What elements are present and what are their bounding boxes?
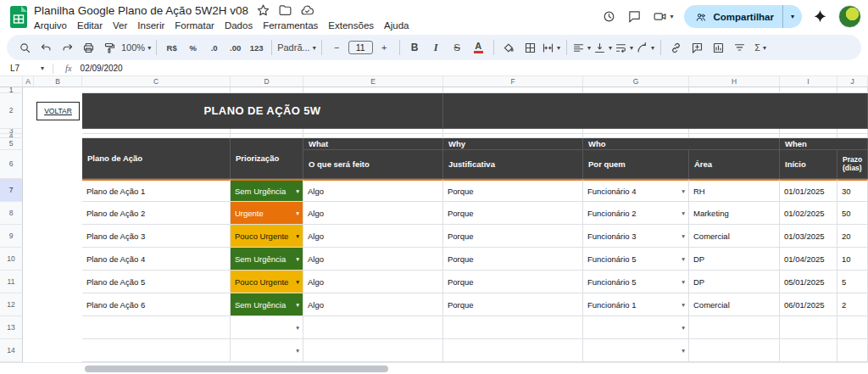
- gemini-sparkle-icon[interactable]: [813, 9, 827, 24]
- row-header-9[interactable]: 9: [0, 225, 23, 248]
- menu-formatar[interactable]: Formatar: [170, 19, 220, 32]
- cell[interactable]: [231, 87, 303, 93]
- cell-prioridade-dropdown[interactable]: Sem Urgência▾: [231, 179, 303, 202]
- menu-dados[interactable]: Dados: [220, 19, 258, 32]
- name-box[interactable]: L7▾: [0, 64, 49, 73]
- more-formats-button[interactable]: 123: [247, 37, 266, 58]
- row-header-5[interactable]: 5: [0, 138, 23, 150]
- insert-link-button[interactable]: [666, 37, 686, 58]
- cell-inicio[interactable]: 01/04/2025: [780, 248, 837, 271]
- star-icon[interactable]: [256, 3, 270, 18]
- user-avatar[interactable]: [838, 5, 861, 28]
- bold-button[interactable]: B: [405, 37, 425, 58]
- menu-ver[interactable]: Ver: [108, 19, 132, 32]
- move-folder-icon[interactable]: [278, 3, 292, 18]
- formula-input[interactable]: 02/09/2020: [81, 64, 123, 73]
- table-title-band[interactable]: [443, 93, 868, 129]
- header-plano[interactable]: Plano de Ação: [82, 138, 231, 179]
- header-group-what[interactable]: What: [303, 138, 443, 150]
- menu-ferramentas[interactable]: Ferramentas: [258, 19, 323, 32]
- cell-why[interactable]: Porque: [443, 179, 583, 202]
- row-header-14[interactable]: 14: [0, 339, 23, 362]
- strikethrough-button[interactable]: S: [448, 37, 467, 58]
- cell-plano[interactable]: Plano de Ação 6: [82, 293, 231, 316]
- cell-why[interactable]: Porque: [443, 271, 583, 293]
- table-title[interactable]: PLANO DE AÇÃO 5W: [82, 93, 443, 129]
- row-header-7[interactable]: 7: [0, 179, 23, 202]
- insert-comment-button[interactable]: [687, 37, 707, 58]
- print-button[interactable]: [79, 37, 98, 58]
- cell-inicio[interactable]: 05/01/2025: [780, 271, 837, 293]
- cell[interactable]: [303, 87, 443, 93]
- cell-por-quem-dropdown[interactable]: Funcionário 5▾: [583, 271, 689, 293]
- cell[interactable]: [837, 339, 868, 362]
- comments-icon[interactable]: [627, 9, 642, 24]
- cell-inicio[interactable]: 01/01/2025: [780, 179, 837, 202]
- sheets-logo-icon[interactable]: [9, 5, 28, 29]
- search-menus-button[interactable]: [15, 37, 35, 58]
- increase-font-size-button[interactable]: +: [375, 37, 394, 58]
- paint-format-button[interactable]: [100, 37, 120, 58]
- cell-por-quem-dropdown[interactable]: ▾: [583, 316, 689, 339]
- menu-arquivo[interactable]: Arquivo: [29, 19, 72, 32]
- row-header-11[interactable]: 11: [0, 271, 23, 293]
- cell-por-quem-dropdown[interactable]: Funcionário 4▾: [583, 179, 689, 202]
- cell-why[interactable]: Porque: [443, 248, 583, 271]
- horizontal-align-button[interactable]: ▾: [572, 37, 592, 58]
- cell-por-quem-dropdown[interactable]: Funcionário 2▾: [583, 202, 689, 225]
- functions-button[interactable]: Σ▾: [751, 37, 771, 58]
- header-justificativa[interactable]: Justificativa: [443, 150, 583, 179]
- cell-prazo[interactable]: 2: [837, 293, 868, 316]
- header-priorizacao[interactable]: Priorização: [231, 138, 303, 179]
- vertical-align-button[interactable]: ▾: [593, 37, 613, 58]
- column-header-h[interactable]: H: [689, 76, 780, 87]
- cell-plano[interactable]: Plano de Ação 1: [82, 179, 231, 202]
- cell[interactable]: [303, 339, 443, 362]
- cell-inicio[interactable]: 01/03/2025: [780, 225, 837, 248]
- insert-chart-button[interactable]: [709, 37, 728, 58]
- cell[interactable]: [82, 316, 231, 339]
- row-header-12[interactable]: 12: [0, 293, 23, 316]
- undo-button[interactable]: [36, 37, 56, 58]
- row-header-13[interactable]: 13: [0, 316, 23, 339]
- version-history-icon[interactable]: [602, 9, 616, 24]
- header-group-who[interactable]: Who: [583, 138, 780, 150]
- cell-prioridade-dropdown[interactable]: Sem Urgência▾: [231, 248, 303, 271]
- cell[interactable]: [443, 316, 583, 339]
- cell-por-quem-dropdown[interactable]: ▾: [583, 339, 689, 362]
- cell-area[interactable]: DP: [689, 271, 780, 293]
- column-header-f[interactable]: F: [443, 76, 583, 87]
- cell-por-quem-dropdown[interactable]: Funcionário 1▾: [583, 293, 689, 316]
- cell[interactable]: [780, 316, 837, 339]
- font-size-input[interactable]: 11: [348, 41, 373, 54]
- row-header-2[interactable]: 2: [0, 93, 23, 129]
- format-percent-button[interactable]: %: [183, 37, 203, 58]
- column-header-j[interactable]: J: [837, 76, 868, 87]
- cell-prazo[interactable]: 50: [837, 202, 868, 225]
- cell-plano[interactable]: Plano de Ação 5: [82, 271, 231, 293]
- cell-what[interactable]: Algo: [303, 248, 443, 271]
- text-wrap-button[interactable]: ▾: [615, 37, 634, 58]
- row-header-6[interactable]: 6: [0, 150, 23, 179]
- cell-prioridade-dropdown[interactable]: ▾: [231, 316, 303, 339]
- cell-what[interactable]: Algo: [303, 271, 443, 293]
- cell-why[interactable]: Porque: [443, 225, 583, 248]
- column-header-i[interactable]: I: [780, 76, 837, 87]
- fill-color-button[interactable]: [499, 37, 519, 58]
- row-header-10[interactable]: 10: [0, 248, 23, 271]
- header-inicio[interactable]: Início: [780, 150, 837, 179]
- cell-prioridade-dropdown[interactable]: Sem Urgência▾: [231, 293, 303, 316]
- cell-inicio[interactable]: 06/01/2025: [780, 293, 837, 316]
- cell-prioridade-dropdown[interactable]: Pouco Urgente▾: [231, 225, 303, 248]
- text-color-button[interactable]: A: [469, 37, 488, 58]
- horizontal-scrollbar[interactable]: [0, 362, 868, 374]
- cell[interactable]: [443, 339, 583, 362]
- format-currency-button[interactable]: R$: [162, 37, 181, 58]
- menu-ajuda[interactable]: Ajuda: [379, 19, 414, 32]
- menu-editar[interactable]: Editar: [72, 19, 108, 32]
- cell-plano[interactable]: Plano de Ação 3: [82, 225, 231, 248]
- row-header-8[interactable]: 8: [0, 202, 23, 225]
- font-select[interactable]: Padrã...▾: [277, 37, 316, 58]
- cell[interactable]: [689, 316, 780, 339]
- select-all-corner[interactable]: [0, 76, 23, 87]
